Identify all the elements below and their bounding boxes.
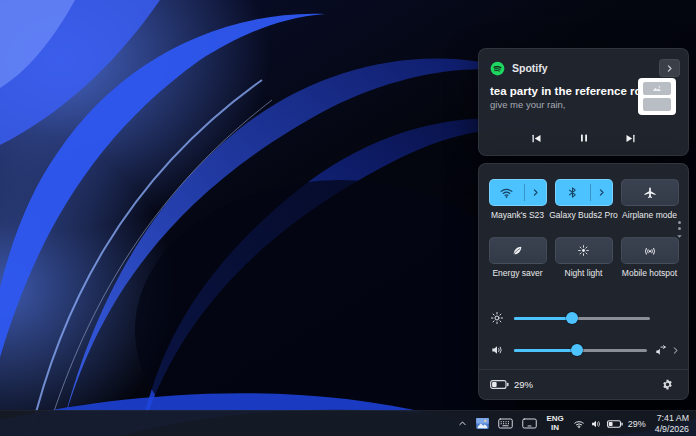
clock[interactable]: 7:41 AM 4/9/2026	[651, 413, 693, 435]
wifi-toggle[interactable]	[490, 180, 524, 205]
mobile-hotspot-icon	[643, 244, 657, 258]
battery-tray-icon	[607, 420, 623, 428]
settings-button[interactable]	[655, 373, 679, 397]
show-hidden-icons-button[interactable]	[454, 413, 471, 435]
system-tray-group[interactable]: 29%	[569, 413, 650, 435]
touchpad-icon[interactable]	[518, 413, 541, 435]
audio-output-chevron-icon[interactable]	[671, 346, 680, 355]
clock-time: 7:41 AM	[655, 413, 689, 424]
photo-placeholder-icon	[643, 82, 671, 95]
wifi-icon	[499, 185, 514, 200]
language-line2: IN	[546, 424, 563, 433]
previous-track-button[interactable]	[525, 128, 549, 148]
brightness-slider-thumb[interactable]	[566, 312, 578, 324]
audio-output-icon[interactable]	[654, 343, 668, 357]
media-controls	[525, 128, 643, 148]
album-art-placeholder-bottom	[643, 98, 671, 111]
next-icon	[624, 132, 637, 145]
clock-date: 4/9/2026	[655, 424, 689, 435]
night-light-tile-label: Night light	[565, 268, 603, 278]
slider-fill	[514, 317, 572, 320]
gear-icon	[661, 378, 674, 391]
mobile-hotspot-tile-label: Mobile hotspot	[622, 268, 677, 278]
night-light-tile[interactable]	[555, 237, 613, 264]
airplane-mode-tile[interactable]	[621, 179, 679, 206]
chevron-right-icon	[597, 188, 606, 197]
pagination-indicator	[676, 221, 683, 240]
volume-slider-row	[490, 340, 680, 360]
volume-slider[interactable]	[514, 343, 647, 357]
tray-photo-app-icon[interactable]	[472, 413, 493, 435]
pause-icon	[578, 132, 590, 144]
battery-percent-label: 29%	[514, 379, 533, 390]
album-art	[638, 78, 676, 115]
energy-saver-tile-label: Energy saver	[492, 268, 542, 278]
slider-fill	[514, 349, 577, 352]
quick-settings-grid: Mayank's S23 Galaxy Bu	[482, 179, 685, 278]
media-flyout-header: Spotify	[490, 58, 680, 78]
bluetooth-quick-setting: Galaxy Buds2 Pro	[552, 179, 615, 220]
energy-saver-tile[interactable]	[489, 237, 547, 264]
next-track-button[interactable]	[619, 128, 643, 148]
quick-settings-footer: 29%	[490, 370, 679, 399]
taskbar: ENG IN 29% 7:41 AM 4/9/2026	[0, 410, 696, 436]
tray-battery-percent: 29%	[628, 419, 646, 429]
volume-slider-thumb[interactable]	[571, 344, 583, 356]
night-light-quick-setting: Night light	[552, 237, 615, 278]
bluetooth-expand-chevron[interactable]	[591, 180, 612, 205]
spotify-icon	[490, 61, 505, 76]
night-light-icon	[577, 244, 590, 257]
media-title: tea party in the reference room	[490, 85, 640, 97]
airplane-quick-setting: Airplane mode	[618, 179, 681, 220]
bluetooth-toggle[interactable]	[556, 180, 590, 205]
quick-settings-panel: Mayank's S23 Galaxy Bu	[478, 163, 689, 400]
media-expand-button[interactable]	[659, 59, 680, 77]
bluetooth-tile-label: Galaxy Buds2 Pro	[549, 210, 618, 220]
energy-saver-quick-setting: Energy saver	[486, 237, 549, 278]
touch-keyboard-icon[interactable]	[494, 413, 517, 435]
pause-button[interactable]	[572, 128, 596, 148]
wifi-tile[interactable]	[489, 179, 547, 206]
language-indicator[interactable]: ENG IN	[542, 413, 567, 435]
bluetooth-icon	[566, 186, 579, 199]
page-dot	[678, 227, 681, 230]
desktop: Spotify tea party in the reference room …	[0, 0, 696, 436]
brightness-slider-row	[490, 308, 680, 328]
battery-icon	[490, 380, 509, 389]
media-flyout: Spotify tea party in the reference room …	[478, 48, 689, 156]
energy-saver-icon	[511, 244, 524, 257]
mobile-hotspot-tile[interactable]	[621, 237, 679, 264]
volume-icon	[490, 343, 505, 357]
chevron-up-icon	[458, 419, 467, 428]
wifi-quick-setting: Mayank's S23	[486, 179, 549, 220]
previous-icon	[530, 132, 543, 145]
volume-tray-icon	[590, 418, 602, 430]
airplane-icon	[643, 186, 657, 200]
chevron-right-icon	[665, 64, 674, 73]
chevron-right-icon	[531, 188, 540, 197]
media-app-name: Spotify	[512, 62, 548, 74]
mobile-hotspot-quick-setting: Mobile hotspot	[618, 237, 681, 278]
wifi-expand-chevron[interactable]	[525, 180, 546, 205]
scroll-down-chevron-icon[interactable]	[676, 233, 683, 240]
wifi-tile-label: Mayank's S23	[491, 210, 544, 220]
brightness-icon	[490, 311, 505, 325]
page-dot	[678, 221, 681, 224]
album-art-placeholder-top	[643, 82, 671, 95]
wifi-tray-icon	[573, 418, 585, 430]
media-subtitle: give me your rain,	[490, 99, 640, 110]
media-info: tea party in the reference room give me …	[490, 85, 640, 110]
airplane-tile-label: Airplane mode	[622, 210, 677, 220]
battery-status[interactable]: 29%	[490, 379, 533, 390]
bluetooth-tile[interactable]	[555, 179, 613, 206]
brightness-slider[interactable]	[514, 311, 650, 325]
